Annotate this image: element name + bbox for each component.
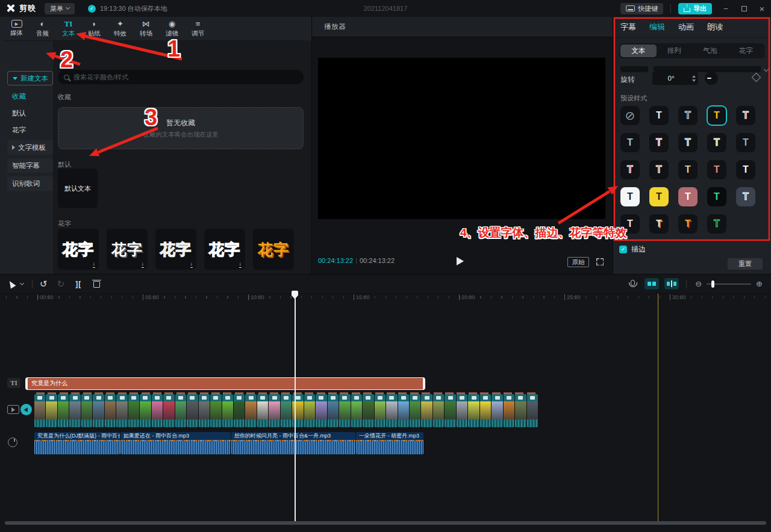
video-clip[interactable]: [445, 394, 455, 427]
video-clip[interactable]: [351, 394, 362, 427]
tab-audio[interactable]: ◐音频: [30, 17, 55, 40]
video-clip[interactable]: [316, 394, 326, 427]
preset-style-tile[interactable]: T: [678, 106, 698, 125]
delete-button[interactable]: [93, 279, 100, 289]
video-clip[interactable]: [175, 394, 186, 427]
close-button[interactable]: ×: [753, 4, 771, 14]
video-clip[interactable]: [210, 394, 221, 427]
sidebar-item[interactable]: 智能字幕: [7, 158, 53, 173]
menu-button[interactable]: 菜单: [45, 3, 75, 14]
video-clip[interactable]: [515, 394, 526, 427]
video-clip[interactable]: [234, 394, 245, 427]
preset-style-tile[interactable]: T: [649, 187, 669, 206]
video-clip[interactable]: [339, 394, 350, 427]
audio-clip[interactable]: 究竟是为什么(DJ默涵版) - 雨中百合.m: [34, 432, 120, 454]
inspector-subtab[interactable]: 花字: [728, 45, 764, 57]
preset-style-tile[interactable]: T: [649, 133, 669, 152]
tab-sticker[interactable]: ◗贴纸: [81, 17, 107, 40]
video-clip[interactable]: [504, 394, 514, 427]
video-clip[interactable]: [152, 394, 163, 427]
video-clip[interactable]: [480, 394, 491, 427]
video-clip[interactable]: [269, 394, 279, 427]
tab-media[interactable]: ▶媒体: [4, 17, 30, 40]
video-clip[interactable]: [304, 394, 315, 427]
maximize-button[interactable]: [735, 4, 753, 13]
video-clip[interactable]: [69, 394, 80, 427]
video-clip[interactable]: [199, 394, 210, 427]
video-clip[interactable]: [163, 394, 174, 427]
tab-adjust[interactable]: ≡调节: [185, 17, 211, 40]
video-clip[interactable]: [81, 394, 92, 427]
video-clip[interactable]: [492, 394, 502, 427]
video-clip[interactable]: [433, 394, 444, 427]
tab-filter[interactable]: ◉滤镜: [159, 17, 185, 40]
rotate-input[interactable]: 0°: [652, 72, 690, 85]
preset-style-tile[interactable]: T: [649, 214, 669, 234]
huazi-style-tile[interactable]: 花字↓: [155, 229, 196, 270]
video-clip[interactable]: [421, 394, 432, 427]
video-clip[interactable]: [527, 394, 538, 427]
sidebar-item[interactable]: 新建文本: [7, 71, 53, 85]
sidebar-item[interactable]: 花字: [7, 123, 53, 137]
play-button[interactable]: [457, 257, 464, 265]
preset-style-tile[interactable]: T: [707, 106, 726, 125]
video-clip[interactable]: [128, 394, 139, 427]
video-clip[interactable]: [363, 394, 373, 427]
preset-style-tile[interactable]: T: [736, 160, 755, 179]
inspector-tab[interactable]: 编辑: [649, 22, 665, 32]
preset-style-tile[interactable]: T: [678, 160, 698, 179]
shortcuts-button[interactable]: 快捷键: [620, 3, 663, 14]
zoom-slider-handle[interactable]: [711, 280, 714, 288]
preset-style-tile[interactable]: T: [707, 133, 726, 152]
video-clip[interactable]: [46, 394, 57, 427]
preset-style-tile[interactable]: T: [620, 187, 640, 206]
video-clip[interactable]: [457, 394, 467, 427]
video-clip[interactable]: [105, 394, 116, 427]
video-clip[interactable]: [257, 394, 268, 427]
fullscreen-icon[interactable]: [596, 258, 604, 265]
huazi-style-tile[interactable]: 花字↓: [107, 229, 148, 270]
video-clip[interactable]: [222, 394, 233, 427]
audio-clip[interactable]: 想你的时候问月亮 - 雨中百合&一舟.mp3: [231, 432, 355, 454]
huazi-style-tile[interactable]: 花字: [253, 229, 294, 270]
preset-style-tile[interactable]: T: [678, 214, 698, 234]
horizontal-scrollbar[interactable]: [5, 521, 766, 525]
auto-snap-button[interactable]: [664, 278, 679, 289]
video-clip[interactable]: [281, 394, 292, 427]
preset-style-tile[interactable]: T: [620, 133, 640, 152]
video-clip[interactable]: [58, 394, 69, 427]
preset-style-tile[interactable]: T: [707, 160, 726, 179]
select-tool-button[interactable]: [8, 279, 14, 289]
clipped-size-field[interactable]: [620, 66, 648, 72]
timeline-ruler[interactable]: 00:0005:0010:0015:0020:0025:0030:00: [0, 294, 771, 302]
redo-button[interactable]: ↻: [57, 279, 65, 289]
preset-style-tile[interactable]: T: [707, 214, 726, 234]
inspector-subtab[interactable]: 文本: [620, 45, 657, 57]
inspector-tab[interactable]: 朗读: [707, 22, 723, 32]
preset-style-tile[interactable]: T: [620, 160, 640, 179]
search-input[interactable]: [73, 73, 298, 81]
inspector-tab[interactable]: 动画: [678, 22, 694, 32]
sidebar-item[interactable]: 识别歌词: [7, 176, 53, 191]
search-bar[interactable]: [58, 70, 304, 84]
export-button[interactable]: 导出: [678, 3, 712, 14]
text-clip[interactable]: 究竟是为什么: [25, 377, 425, 390]
video-clip[interactable]: [245, 394, 256, 427]
preset-style-tile[interactable]: T: [736, 133, 755, 152]
rotate-dial[interactable]: [705, 72, 718, 85]
video-clip[interactable]: [386, 394, 397, 427]
video-clip[interactable]: [468, 394, 479, 427]
preset-style-tile[interactable]: T: [736, 187, 755, 206]
select-tool-chevron-icon[interactable]: [20, 280, 24, 285]
zoom-out-icon[interactable]: ⊖: [695, 279, 702, 288]
video-clip[interactable]: [398, 394, 409, 427]
video-clip[interactable]: [328, 394, 339, 427]
preset-style-tile[interactable]: T: [649, 160, 669, 179]
preset-style-tile[interactable]: T: [678, 187, 698, 206]
preset-style-tile[interactable]: T: [678, 133, 698, 152]
undo-button[interactable]: ↺: [40, 279, 48, 289]
inspector-tab[interactable]: 字幕: [620, 22, 636, 32]
preset-style-tile[interactable]: T: [707, 187, 726, 206]
tab-transition[interactable]: ⋈转场: [133, 17, 159, 40]
main-track-magnet-button[interactable]: [645, 278, 659, 289]
